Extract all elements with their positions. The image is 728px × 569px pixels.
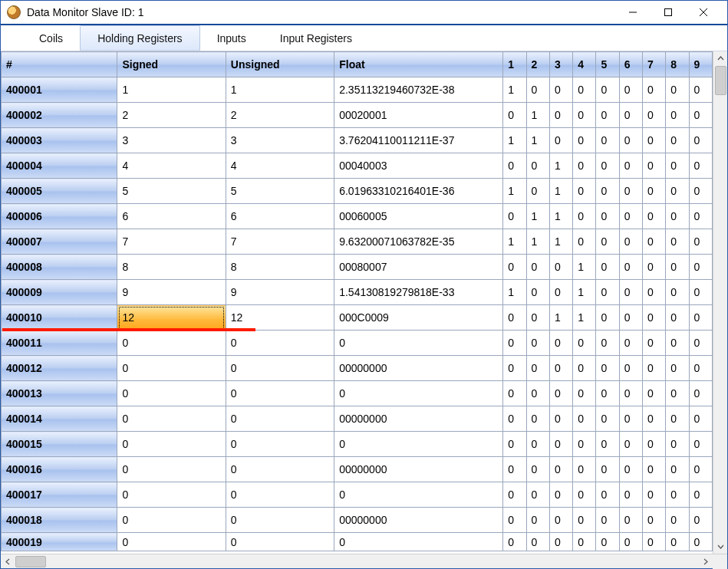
cell-bit-8[interactable]: 0 (666, 305, 689, 331)
table-row[interactable]: 4000120000000000000000000 (2, 356, 713, 381)
row-index[interactable]: 400010 (2, 305, 117, 331)
cell-bit-4[interactable]: 0 (573, 482, 596, 508)
table-row[interactable]: 400001112.35113219460732E-38100000000 (2, 77, 713, 103)
cell-bit-8[interactable]: 0 (666, 204, 689, 229)
col-float[interactable]: Float (334, 52, 503, 77)
cell-bit-8[interactable]: 0 (666, 482, 689, 508)
table-row[interactable]: 400009991.54130819279818E-33100100000 (2, 280, 713, 305)
row-index[interactable]: 400017 (2, 482, 117, 508)
cell-bit-9[interactable]: 0 (689, 508, 712, 533)
cell-unsigned[interactable]: 8 (226, 255, 334, 280)
cell-bit-9[interactable]: 0 (689, 255, 712, 280)
cell-bit-3[interactable]: 1 (549, 229, 572, 255)
cell-unsigned[interactable]: 4 (226, 153, 334, 179)
cell-bit-5[interactable]: 0 (596, 406, 619, 432)
col-bit-6[interactable]: 6 (619, 52, 642, 77)
cell-bit-1[interactable]: 1 (503, 128, 526, 153)
cell-bit-3[interactable]: 0 (549, 255, 572, 280)
cell-bit-2[interactable]: 1 (526, 204, 549, 229)
cell-bit-7[interactable]: 0 (643, 406, 666, 432)
cell-bit-2[interactable]: 0 (526, 153, 549, 179)
cell-bit-9[interactable]: 0 (689, 533, 712, 551)
cell-bit-7[interactable]: 0 (643, 204, 666, 229)
cell-bit-2[interactable]: 1 (526, 103, 549, 128)
col-bit-3[interactable]: 3 (549, 52, 572, 77)
row-index[interactable]: 400003 (2, 128, 117, 153)
cell-unsigned[interactable]: 0 (226, 482, 334, 508)
table-row[interactable]: 400013000000000000 (2, 381, 713, 406)
cell-unsigned[interactable]: 0 (226, 533, 334, 551)
cell-bit-7[interactable]: 0 (643, 508, 666, 533)
maximize-button[interactable] (651, 1, 686, 24)
cell-signed[interactable]: 0 (117, 381, 226, 406)
table-row[interactable]: 400017000000000000 (2, 482, 713, 508)
cell-bit-8[interactable]: 0 (666, 533, 689, 551)
cell-bit-3[interactable]: 0 (549, 331, 572, 356)
cell-bit-3[interactable]: 1 (549, 204, 572, 229)
cell-bit-9[interactable]: 0 (689, 128, 712, 153)
tab-coils[interactable]: Coils (22, 25, 80, 51)
cell-bit-5[interactable]: 0 (596, 508, 619, 533)
cell-bit-4[interactable]: 0 (573, 229, 596, 255)
table-row[interactable]: 4000180000000000000000000 (2, 508, 713, 533)
cell-bit-6[interactable]: 0 (619, 255, 642, 280)
cell-bit-6[interactable]: 0 (619, 406, 642, 432)
cell-signed[interactable]: 0 (117, 406, 226, 432)
col-signed[interactable]: Signed (117, 52, 226, 77)
row-index[interactable]: 400016 (2, 457, 117, 482)
cell-bit-9[interactable]: 0 (689, 103, 712, 128)
cell-unsigned[interactable]: 0 (226, 508, 334, 533)
cell-unsigned[interactable]: 12 (226, 305, 334, 331)
cell-signed[interactable]: 0 (117, 533, 226, 551)
cell-bit-8[interactable]: 0 (666, 331, 689, 356)
cell-float[interactable]: 00000000 (334, 508, 503, 533)
cell-bit-4[interactable]: 0 (573, 331, 596, 356)
cell-bit-6[interactable]: 0 (619, 103, 642, 128)
cell-bit-7[interactable]: 0 (643, 280, 666, 305)
cell-float[interactable]: 00000000 (334, 406, 503, 432)
cell-bit-1[interactable]: 0 (503, 381, 526, 406)
scroll-left-button[interactable] (2, 555, 15, 568)
cell-bit-3[interactable]: 0 (549, 406, 572, 432)
row-index[interactable]: 400001 (2, 77, 117, 103)
cell-bit-8[interactable]: 0 (666, 255, 689, 280)
cell-unsigned[interactable]: 0 (226, 432, 334, 457)
cell-signed[interactable]: 0 (117, 356, 226, 381)
row-index[interactable]: 400007 (2, 229, 117, 255)
cell-bit-8[interactable]: 0 (666, 179, 689, 204)
cell-bit-4[interactable]: 1 (573, 255, 596, 280)
cell-bit-4[interactable]: 0 (573, 103, 596, 128)
scroll-right-button[interactable] (699, 555, 712, 568)
cell-bit-1[interactable]: 0 (503, 305, 526, 331)
cell-bit-7[interactable]: 0 (643, 331, 666, 356)
cell-bit-5[interactable]: 0 (596, 356, 619, 381)
col-bit-9[interactable]: 9 (689, 52, 712, 77)
table-row[interactable]: 4000088800080007000100000 (2, 255, 713, 280)
cell-signed[interactable]: 3 (117, 128, 226, 153)
cell-float[interactable]: 00040003 (334, 153, 503, 179)
cell-bit-3[interactable]: 1 (549, 179, 572, 204)
cell-float[interactable]: 0 (334, 533, 503, 551)
cell-bit-5[interactable]: 0 (596, 381, 619, 406)
cell-bit-9[interactable]: 0 (689, 482, 712, 508)
cell-unsigned[interactable]: 2 (226, 103, 334, 128)
table-row[interactable]: 400011000000000000 (2, 331, 713, 356)
cell-bit-7[interactable]: 0 (643, 533, 666, 551)
cell-bit-2[interactable]: 1 (526, 128, 549, 153)
cell-signed[interactable]: 1 (117, 77, 226, 103)
cell-bit-4[interactable]: 0 (573, 381, 596, 406)
close-button[interactable] (686, 1, 721, 24)
cell-bit-5[interactable]: 0 (596, 482, 619, 508)
cell-bit-6[interactable]: 0 (619, 331, 642, 356)
cell-bit-3[interactable]: 0 (549, 128, 572, 153)
cell-signed[interactable]: 2 (117, 103, 226, 128)
cell-bit-2[interactable]: 0 (526, 179, 549, 204)
row-index[interactable]: 400013 (2, 381, 117, 406)
cell-signed[interactable]: 0 (117, 482, 226, 508)
cell-bit-1[interactable]: 0 (503, 331, 526, 356)
cell-bit-6[interactable]: 0 (619, 381, 642, 406)
cell-float[interactable]: 2.35113219460732E-38 (334, 77, 503, 103)
cell-bit-7[interactable]: 0 (643, 229, 666, 255)
cell-bit-6[interactable]: 0 (619, 482, 642, 508)
cell-float[interactable]: 0 (334, 432, 503, 457)
